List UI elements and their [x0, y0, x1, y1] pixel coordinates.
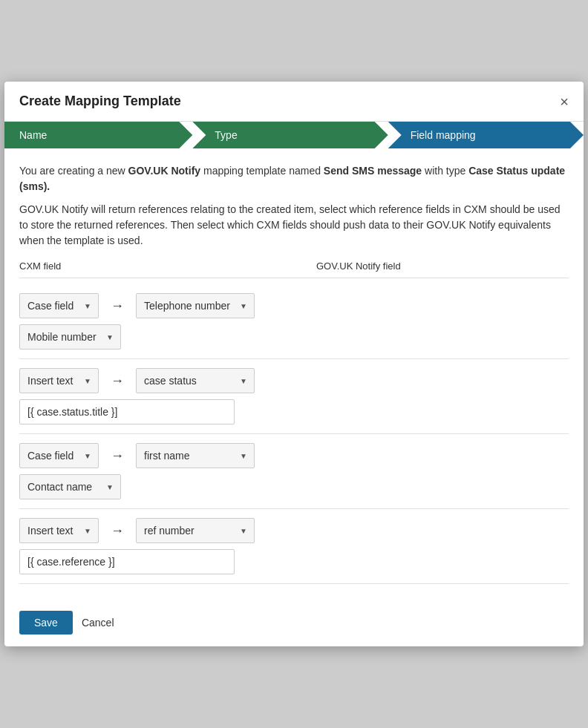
step-name-label: Name [19, 129, 47, 141]
save-button[interactable]: Save [19, 611, 73, 634]
row3-arrow: → [111, 448, 124, 464]
mapping-row-3: Case field Insert text → first name Tele… [19, 434, 569, 509]
modal-title: Create Mapping Template [19, 94, 181, 109]
step-name: Name [4, 122, 192, 148]
row4-notify-select[interactable]: ref number Telephone number case status … [136, 518, 255, 543]
header-divider [19, 278, 569, 278]
row4-cxm-select-wrapper: Insert text Case field [19, 518, 99, 543]
row3-primary: Case field Insert text → first name Tele… [19, 443, 569, 468]
row3-secondary-select[interactable]: Contact name Mobile number [19, 474, 121, 499]
row2-cxm-select-wrapper: Insert text Case field [19, 368, 99, 393]
cancel-button[interactable]: Cancel [82, 617, 114, 629]
row1-arrow: → [111, 298, 124, 314]
desc-suffix: with type [422, 165, 468, 177]
cxm-column-label: CXM field [19, 260, 272, 272]
row2-notify-select[interactable]: case status Telephone number first name … [136, 368, 255, 393]
row2-secondary [19, 399, 569, 424]
row3-notify-select-wrapper: first name Telephone number case status … [136, 443, 255, 468]
row3-cxm-select[interactable]: Case field Insert text [19, 443, 99, 468]
close-button[interactable]: × [560, 94, 569, 109]
row4-primary: Insert text Case field → ref number Tele… [19, 518, 569, 543]
row3-notify-select[interactable]: first name Telephone number case status … [136, 443, 255, 468]
modal-footer: Save Cancel [4, 599, 584, 646]
stepper: Name Type Field mapping [4, 122, 584, 148]
row4-arrow: → [111, 523, 124, 539]
desc-brand: GOV.UK Notify [128, 165, 201, 177]
step-field-mapping-label: Field mapping [411, 129, 476, 141]
row1-notify-select[interactable]: Telephone number Mobile number first nam… [136, 293, 255, 318]
step-field-mapping: Field mapping [388, 122, 584, 148]
columns-header: CXM field GOV.UK Notify field [19, 260, 569, 272]
notify-column-label: GOV.UK Notify field [316, 260, 569, 272]
row1-secondary: Mobile number Contact name [19, 324, 569, 350]
row2-text-input[interactable] [19, 399, 235, 424]
desc-template-name: Send SMS message [324, 165, 422, 177]
row3-secondary: Contact name Mobile number [19, 474, 569, 499]
row2-arrow: → [111, 373, 124, 389]
row2-primary: Insert text Case field → case status Tel… [19, 368, 569, 393]
row2-notify-select-wrapper: case status Telephone number first name … [136, 368, 255, 393]
desc-line2: GOV.UK Notify will return references rel… [19, 202, 569, 249]
row1-secondary-select[interactable]: Mobile number Contact name [19, 324, 121, 350]
row1-cxm-select-wrapper: Case field Insert text [19, 293, 99, 318]
modal-body: You are creating a new GOV.UK Notify map… [4, 148, 584, 599]
row1-primary: Case field Insert text → Telephone numbe… [19, 293, 569, 318]
row4-notify-select-wrapper: ref number Telephone number case status … [136, 518, 255, 543]
desc-middle: mapping template named [200, 165, 324, 177]
desc-prefix: You are creating a new [19, 165, 128, 177]
row4-text-input[interactable] [19, 549, 235, 574]
row3-secondary-select-wrapper: Contact name Mobile number [19, 474, 121, 499]
row1-cxm-select[interactable]: Case field Insert text [19, 293, 99, 318]
description: You are creating a new GOV.UK Notify map… [19, 163, 569, 249]
mapping-row-4: Insert text Case field → ref number Tele… [19, 509, 569, 584]
step-type-label: Type [215, 129, 237, 141]
row4-cxm-select[interactable]: Insert text Case field [19, 518, 99, 543]
modal: Create Mapping Template × Name Type Fiel… [4, 82, 584, 646]
row4-secondary [19, 549, 569, 574]
mapping-row-2: Insert text Case field → case status Tel… [19, 359, 569, 434]
row2-cxm-select[interactable]: Insert text Case field [19, 368, 99, 393]
row1-notify-select-wrapper: Telephone number Mobile number first nam… [136, 293, 255, 318]
row1-secondary-select-wrapper: Mobile number Contact name [19, 324, 121, 350]
row3-cxm-select-wrapper: Case field Insert text [19, 443, 99, 468]
modal-header: Create Mapping Template × [4, 82, 584, 122]
step-type: Type [192, 122, 388, 148]
mapping-row-1: Case field Insert text → Telephone numbe… [19, 284, 569, 359]
